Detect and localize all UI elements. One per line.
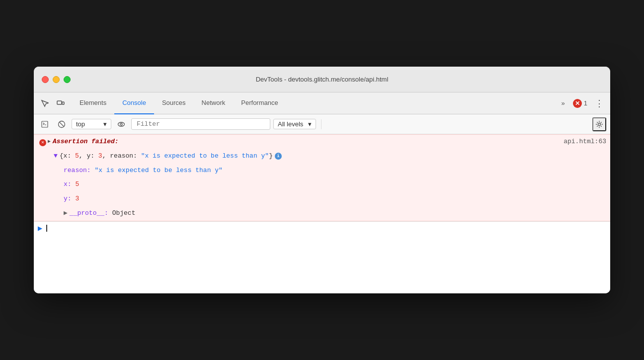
x-line: x: 5 [34, 178, 610, 192]
console-toolbar: top ▾ All levels ▾ [34, 114, 610, 134]
execute-context-button[interactable] [38, 117, 52, 131]
svg-rect-0 [57, 101, 62, 104]
minimize-button[interactable] [53, 76, 60, 83]
tab-performance[interactable]: Performance [233, 92, 286, 114]
prompt-arrow[interactable]: ▶ [38, 225, 42, 232]
proto-expand-toggle[interactable]: ▶ [64, 208, 68, 219]
filter-input[interactable] [131, 118, 270, 130]
tab-elements[interactable]: Elements [72, 92, 114, 114]
clear-console-button[interactable] [55, 117, 69, 131]
more-tabs-button[interactable]: » [559, 97, 568, 109]
kebab-menu-button[interactable]: ⋮ [592, 96, 606, 110]
expand-toggle[interactable]: ▶ [48, 138, 51, 146]
inspect-element-button[interactable] [38, 96, 52, 110]
levels-selector[interactable]: All levels ▾ [273, 119, 316, 129]
console-error-block: ✕ ▶ Assertion failed: api.html:63 ▼ {x: … [34, 134, 610, 221]
levels-arrow: ▾ [308, 120, 312, 128]
svg-rect-2 [42, 121, 48, 127]
svg-point-8 [598, 123, 601, 125]
y-line: y: 3 [34, 192, 610, 206]
error-badge-count: 1 [584, 99, 587, 107]
object-preview-line: ▼ {x: 5 , y: 3 , reason: "x is expected … [34, 149, 610, 164]
console-output: ✕ ▶ Assertion failed: api.html:63 ▼ {x: … [34, 134, 610, 293]
window-title: DevTools - devtools.glitch.me/console/ap… [256, 76, 389, 83]
tabs-right-controls: » ✕ 1 ⋮ [559, 96, 606, 110]
tab-sources[interactable]: Sources [154, 92, 194, 114]
error-circle: ✕ [39, 139, 46, 146]
maximize-button[interactable] [64, 76, 71, 83]
error-icon-line1: ✕ [38, 138, 48, 146]
cursor [46, 225, 47, 232]
proto-line: ▶ __proto__: Object [34, 206, 610, 221]
file-reference[interactable]: api.html:63 [564, 137, 606, 147]
error-badge[interactable]: ✕ 1 [570, 97, 590, 110]
settings-button[interactable] [592, 117, 606, 131]
title-bar: DevTools - devtools.glitch.me/console/ap… [34, 67, 610, 92]
svg-rect-1 [62, 102, 64, 104]
devtools-window: DevTools - devtools.glitch.me/console/ap… [34, 67, 610, 293]
device-toggle-button[interactable] [54, 96, 68, 110]
assertion-failed-label: Assertion failed: [53, 137, 119, 147]
svg-line-5 [60, 122, 64, 126]
context-arrow: ▾ [103, 120, 107, 128]
toolbar-icons-group [38, 96, 68, 110]
toolbar-divider [321, 119, 322, 129]
assertion-failed-line: ✕ ▶ Assertion failed: api.html:63 [34, 135, 610, 149]
svg-point-6 [118, 122, 125, 126]
info-icon[interactable]: i [275, 153, 282, 160]
devtools-tabs-bar: Elements Console Sources Network Perform… [34, 92, 610, 114]
tab-network[interactable]: Network [194, 92, 234, 114]
error-badge-icon: ✕ [573, 99, 582, 108]
object-expand-toggle[interactable]: ▼ [54, 151, 58, 162]
traffic-lights [42, 76, 71, 83]
reason-line: reason: "x is expected to be less than y… [34, 164, 610, 178]
context-selector[interactable]: top ▾ [72, 119, 111, 129]
eye-button[interactable] [114, 117, 128, 131]
tab-console[interactable]: Console [114, 92, 154, 114]
console-input-row[interactable]: ▶ [34, 221, 610, 235]
svg-point-7 [120, 123, 122, 125]
close-button[interactable] [42, 76, 49, 83]
